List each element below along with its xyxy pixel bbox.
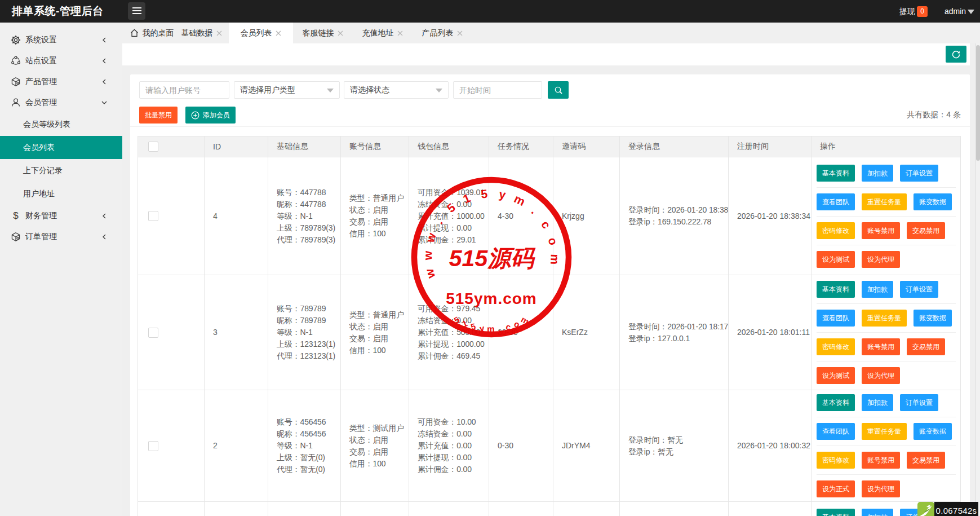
tab-service-link[interactable]: 客服链接 [293,23,353,43]
row-action-button[interactable]: 重置任务量 [862,423,907,440]
row-action-button[interactable]: 设为测试 [817,367,855,384]
refresh-button[interactable] [946,46,966,63]
sidebar-item-system-settings[interactable]: 系统设置 [0,29,122,50]
tab-label: 客服链接 [303,23,334,43]
action-group-divider [817,332,956,333]
total-count-text: 共有数据：4 条 [907,110,961,120]
sidebar-item-label: 财务管理 [25,211,57,221]
row-action-button[interactable]: 基本资料 [817,509,855,516]
row-checkbox[interactable] [148,328,158,338]
user-type-select[interactable]: 请选择用户类型 [234,81,340,99]
batch-disable-button[interactable]: 批量禁用 [139,107,178,124]
close-icon[interactable] [456,30,463,37]
row-action-button[interactable]: 密码修改 [817,452,855,469]
row-action-button[interactable]: 查看团队 [817,310,855,327]
row-action-button[interactable]: 账号禁用 [862,452,900,469]
row-action-button[interactable]: 重置任务量 [862,310,907,327]
row-checkbox[interactable] [148,441,158,451]
cell-base-info [268,502,341,516]
cell-wallet-info [409,502,489,516]
sidebar-item-label: 站点设置 [25,56,57,66]
row-action-button[interactable]: 订单设置 [900,165,938,182]
close-icon[interactable] [337,30,344,37]
tab-recharge-address[interactable]: 充值地址 [353,23,413,43]
sidebar-item-order-management[interactable]: 订单管理 [0,226,122,247]
row-action-button[interactable]: 加扣款 [862,165,893,182]
row-action-button[interactable]: 订单设置 [900,281,938,298]
row-action-button[interactable]: 重置任务量 [862,193,907,210]
close-icon[interactable] [216,30,223,37]
row-action-button[interactable]: 基本资料 [817,394,855,411]
tab-my-desktop[interactable]: 我的桌面 [122,23,175,43]
row-action-button[interactable]: 加扣款 [862,281,893,298]
action-group-divider [817,361,956,361]
row-action-button[interactable]: 加扣款 [862,394,893,411]
tab-bar: 我的桌面 基础数据 会员列表 客服链接 充值地址 产品列 [122,23,980,43]
sidebar-item-product-management[interactable]: 产品管理 [0,71,122,92]
scrollbar-thumb[interactable] [976,45,980,161]
row-action-button[interactable]: 设为正式 [817,480,855,497]
row-action-button[interactable]: 加扣款 [862,509,893,516]
row-action-button[interactable]: 设为测试 [817,251,855,268]
row-action-button[interactable]: 查看团队 [817,193,855,210]
tab-product-list[interactable]: 产品列表 [413,23,472,43]
withdraw-menu[interactable]: 提现 [899,0,915,23]
row-action-button[interactable]: 设为代理 [862,367,900,384]
cube-icon [11,232,21,242]
withdraw-count-badge[interactable]: 0 [917,6,928,17]
row-action-button[interactable]: 交易禁用 [907,452,945,469]
row-action-button[interactable]: 交易禁用 [907,338,945,355]
row-action-button[interactable]: 账变数据 [914,423,952,440]
sidebar-item-member-list[interactable]: 会员列表 [0,136,122,159]
row-action-button[interactable]: 账号禁用 [862,338,900,355]
cell-id: 4 [205,157,268,275]
row-action-button[interactable]: 设为代理 [862,251,900,268]
row-action-button[interactable]: 设为代理 [862,480,900,497]
row-action-button[interactable]: 基本资料 [817,281,855,298]
sidebar-item-finance-management[interactable]: $ 财务管理 [0,205,122,226]
page-body: 请选择用户类型 请选择状态 批量禁用 [122,65,970,516]
user-menu[interactable]: admin [944,0,966,23]
row-action-button[interactable]: 账号禁用 [862,222,900,239]
row-action-button[interactable]: 基本资料 [817,165,855,182]
vertical-scrollbar[interactable] [975,43,980,516]
tab-basic-data[interactable]: 基础数据 [175,23,229,43]
cell-account-info [341,502,409,516]
row-checkbox[interactable] [148,211,158,221]
cell-login-info [620,502,729,516]
cell-tasks [489,502,553,516]
row-action-button[interactable]: 密码修改 [817,338,855,355]
sidebar-item-member-level-list[interactable]: 会员等级列表 [0,113,122,136]
chevron-down-icon[interactable] [968,10,974,14]
row-action-button[interactable]: 查看团队 [817,423,855,440]
cell-invite-code: KsErZz [553,275,620,390]
cell-id [205,502,268,516]
top-bar: 排单系统-管理后台 提现 0 admin [0,0,980,23]
close-icon[interactable] [397,30,403,37]
sidebar-item-score-records[interactable]: 上下分记录 [0,159,122,182]
table-row: 基本资料加扣款订单设置 [138,502,961,516]
debug-toolbar[interactable]: 0.067542s [917,502,978,516]
row-action-button[interactable]: 账变数据 [914,193,952,210]
action-group-divider [817,417,956,417]
row-action-button[interactable]: 账变数据 [914,310,952,327]
row-action-button[interactable]: 订单设置 [900,394,938,411]
cell-id: 2 [205,390,268,502]
sidebar-item-user-address[interactable]: 用户地址 [0,182,122,205]
row-action-button[interactable]: 密码修改 [817,222,855,239]
add-member-button[interactable]: 添加会员 [185,107,236,124]
account-search-input[interactable] [139,81,229,99]
cell-invite-code [553,502,620,516]
row-action-button[interactable]: 交易禁用 [907,222,945,239]
start-time-input[interactable] [453,81,542,99]
sidebar-item-member-management[interactable]: 会员管理 [0,92,122,113]
sidebar-toggle-button[interactable] [128,2,145,20]
search-icon [554,86,563,95]
search-button[interactable] [548,81,569,99]
status-select[interactable]: 请选择状态 [344,81,449,99]
sidebar-item-site-settings[interactable]: 站点设置 [0,50,122,71]
cell-invite-code: Krjzgg [553,157,620,275]
select-all-checkbox[interactable] [148,142,158,152]
tab-member-list[interactable]: 会员列表 [229,23,293,43]
close-icon[interactable] [275,30,282,37]
